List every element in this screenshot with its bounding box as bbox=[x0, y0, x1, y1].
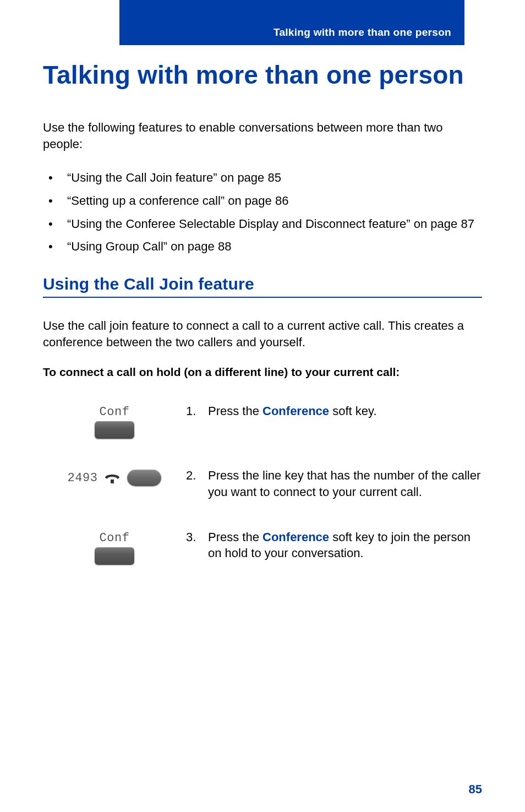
section-paragraph: Use the call join feature to connect a c… bbox=[43, 318, 482, 350]
linekey-image: 2493 bbox=[43, 467, 186, 486]
header-bar: Talking with more than one person bbox=[119, 0, 464, 45]
keyword-conference: Conference bbox=[262, 404, 329, 418]
softkey-label: Conf bbox=[100, 405, 130, 419]
section-heading: Using the Call Join feature bbox=[43, 275, 482, 298]
step-row: Conf 3. Press the Conference soft key to… bbox=[43, 529, 482, 565]
page-title: Talking with more than one person bbox=[43, 61, 482, 90]
step-number: 2. bbox=[186, 467, 208, 500]
header-breadcrumb: Talking with more than one person bbox=[274, 26, 451, 39]
list-item: “Using Group Call” on page 88 bbox=[43, 238, 482, 255]
handset-icon bbox=[103, 470, 122, 486]
page-content: Talking with more than one person Use th… bbox=[43, 61, 482, 593]
step-text-post: soft key. bbox=[329, 404, 376, 418]
softkey-button-icon bbox=[95, 421, 134, 439]
softkey-button-icon bbox=[95, 547, 134, 565]
list-item: “Setting up a conference call” on page 8… bbox=[43, 193, 482, 209]
step-text-pre: Press the bbox=[208, 404, 262, 418]
line-number-label: 2493 bbox=[68, 471, 98, 485]
step-text: 1. Press the Conference soft key. bbox=[186, 403, 482, 419]
step-body: Press the Conference soft key. bbox=[208, 403, 482, 419]
feature-list: “Using the Call Join feature” on page 85… bbox=[43, 170, 482, 255]
procedure-title: To connect a call on hold (on a differen… bbox=[43, 366, 482, 379]
step-body: Press the line key that has the number o… bbox=[208, 467, 482, 500]
step-body: Press the Conference soft key to join th… bbox=[208, 529, 482, 562]
softkey-image: Conf bbox=[43, 529, 186, 565]
list-item: “Using the Call Join feature” on page 85 bbox=[43, 170, 482, 186]
step-row: 2493 2. Press the line key that has the … bbox=[43, 467, 482, 500]
list-item: “Using the Conferee Selectable Display a… bbox=[43, 216, 482, 232]
step-text-pre: Press the bbox=[208, 530, 262, 544]
step-number: 3. bbox=[186, 529, 208, 562]
softkey-image: Conf bbox=[43, 403, 186, 439]
line-key-button-icon bbox=[127, 470, 161, 486]
step-row: Conf 1. Press the Conference soft key. bbox=[43, 403, 482, 439]
step-text: 3. Press the Conference soft key to join… bbox=[186, 529, 482, 562]
softkey-label: Conf bbox=[100, 531, 130, 545]
keyword-conference: Conference bbox=[262, 530, 329, 544]
steps-table: Conf 1. Press the Conference soft key. 2… bbox=[43, 403, 482, 564]
step-text: 2. Press the line key that has the numbe… bbox=[186, 467, 482, 500]
page-number: 85 bbox=[469, 782, 482, 797]
step-number: 1. bbox=[186, 403, 208, 419]
step-text-pre: Press the line key that has the number o… bbox=[208, 468, 480, 499]
intro-paragraph: Use the following features to enable con… bbox=[43, 119, 482, 152]
